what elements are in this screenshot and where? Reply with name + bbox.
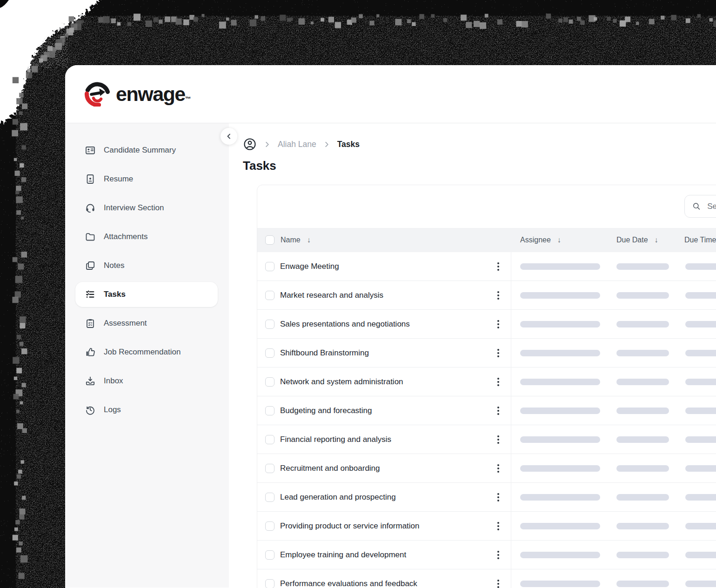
kebab-icon: [497, 266, 499, 267]
column-header-due-time[interactable]: Due Time ↓: [684, 228, 716, 252]
row-checkbox[interactable]: [265, 320, 274, 329]
task-row-sales-presentations-and-negotiations: Sales presentations and negotiations: [257, 310, 716, 339]
row-menu-button[interactable]: [492, 318, 505, 331]
sidebar-item-label: Candidate Summary: [104, 146, 176, 155]
due-date-placeholder: [616, 350, 669, 356]
row-menu-button[interactable]: [492, 375, 505, 388]
sidebar-item-label: Resume: [104, 174, 133, 184]
sidebar-item-inbox[interactable]: Inbox: [75, 368, 218, 394]
search-icon: [692, 201, 701, 211]
row-menu-button[interactable]: [492, 462, 505, 475]
select-all-checkbox[interactable]: [265, 235, 274, 245]
sidebar-item-label: Interview Section: [104, 203, 164, 213]
sidebar-item-logs[interactable]: Logs: [75, 397, 218, 422]
row-menu-button[interactable]: [492, 491, 505, 504]
row-checkbox[interactable]: [265, 291, 274, 300]
row-checkbox[interactable]: [265, 348, 274, 358]
brand-trademark: ™: [185, 95, 191, 102]
task-row-financial-reporting-and-analysis: Financial reporting and analysis: [257, 425, 716, 454]
row-menu-button[interactable]: [492, 520, 505, 533]
sidebar-item-label: Job Recommendation: [104, 347, 181, 357]
search-input[interactable]: [706, 201, 716, 212]
kebab-icon: [497, 439, 499, 441]
row-checkbox[interactable]: [265, 406, 274, 415]
column-header-assignee[interactable]: Assignee ↓: [520, 228, 561, 252]
row-checkbox[interactable]: [265, 550, 274, 560]
task-row-performance-evaluations-and-feedback: Performance evaluations and feedback: [257, 569, 716, 588]
task-name: Employee training and development: [280, 550, 406, 560]
due-date-placeholder: [616, 292, 669, 299]
row-menu-button[interactable]: [492, 260, 505, 273]
column-header-due-date[interactable]: Due Date ↓: [616, 228, 658, 252]
row-menu-button[interactable]: [492, 289, 505, 302]
row-menu-button[interactable]: [492, 577, 505, 588]
row-checkbox[interactable]: [265, 262, 274, 271]
row-menu-button[interactable]: [492, 548, 505, 561]
page-title: Tasks: [243, 158, 716, 173]
breadcrumb-current: Tasks: [337, 140, 360, 149]
column-divider: [511, 396, 511, 425]
sidebar-item-notes[interactable]: Notes: [75, 253, 218, 278]
row-menu-button[interactable]: [492, 404, 505, 417]
sidebar-item-tasks[interactable]: Tasks: [75, 282, 218, 307]
due-time-placeholder: [685, 379, 716, 385]
sidebar-item-interview-section[interactable]: Interview Section: [75, 195, 218, 220]
row-menu-button[interactable]: [492, 347, 505, 360]
row-checkbox[interactable]: [265, 377, 274, 387]
sort-arrow-down-icon: ↓: [557, 236, 561, 244]
search-box[interactable]: [684, 195, 716, 218]
task-name: Recruitment and onboarding: [280, 464, 380, 473]
user-circle-icon[interactable]: [243, 137, 257, 151]
due-date-placeholder: [616, 436, 669, 443]
sidebar-item-assessment[interactable]: Assessment: [75, 311, 218, 336]
assignee-placeholder: [520, 350, 600, 356]
task-name: Providing product or service information: [280, 521, 420, 531]
sort-arrow-down-icon: ↓: [307, 236, 311, 244]
due-time-placeholder: [685, 523, 716, 529]
sidebar-item-job-recommendation[interactable]: Job Recommendation: [75, 340, 218, 365]
sidebar-item-resume[interactable]: Resume: [75, 167, 218, 192]
task-row-providing-product-or-service-information: Providing product or service information: [257, 512, 716, 541]
breadcrumb-user[interactable]: Aliah Lane: [278, 140, 316, 149]
main-content: Aliah Lane Tasks Tasks: [229, 123, 716, 588]
row-checkbox[interactable]: [265, 464, 274, 473]
task-name: Shiftbound Brainstorming: [280, 348, 369, 358]
assignee-placeholder: [520, 494, 600, 501]
assignee-placeholder: [520, 379, 600, 385]
due-date-placeholder: [616, 552, 669, 558]
assignee-placeholder: [520, 465, 600, 472]
column-divider: [511, 483, 511, 511]
due-time-placeholder: [685, 292, 716, 299]
table-header: Name ↓ Assignee ↓ Due Date ↓ Due Time: [257, 228, 716, 252]
due-time-placeholder: [685, 350, 716, 356]
sidebar-item-icon: [85, 289, 96, 300]
sidebar-item-label: Inbox: [104, 376, 123, 386]
column-divider: [511, 454, 511, 482]
sidebar-item-attachments[interactable]: Attachments: [75, 224, 218, 249]
sidebar-collapse-button[interactable]: [221, 128, 237, 145]
task-row-lead-generation-and-prospecting: Lead generation and prospecting: [257, 483, 716, 512]
sidebar-item-label: Notes: [104, 261, 124, 270]
row-checkbox[interactable]: [265, 579, 274, 588]
sidebar-item-icon: [85, 375, 96, 387]
sidebar-item-label: Assessment: [104, 319, 147, 328]
row-checkbox[interactable]: [265, 493, 274, 502]
sidebar-item-candidate-summary[interactable]: Candidate Summary: [75, 138, 218, 163]
brand-logo: enwage™: [85, 81, 191, 107]
chevron-right-icon: [323, 141, 330, 148]
column-header-name[interactable]: Name ↓: [281, 228, 311, 252]
row-checkbox[interactable]: [265, 435, 274, 444]
assignee-placeholder: [520, 263, 600, 270]
sidebar-item-icon: [85, 318, 96, 329]
row-menu-button[interactable]: [492, 433, 505, 446]
kebab-icon: [497, 583, 499, 585]
task-name: Budgeting and forecasting: [280, 406, 372, 415]
due-date-placeholder: [616, 523, 669, 529]
row-checkbox[interactable]: [265, 521, 274, 531]
task-row-recruitment-and-onboarding: Recruitment and onboarding: [257, 454, 716, 483]
kebab-icon: [497, 496, 499, 498]
assignee-placeholder: [520, 523, 600, 529]
sidebar-item-icon: [85, 404, 96, 415]
app-card: enwage™ Candidate Summary Resume: [65, 65, 716, 588]
sidebar-item-icon: [85, 260, 96, 271]
